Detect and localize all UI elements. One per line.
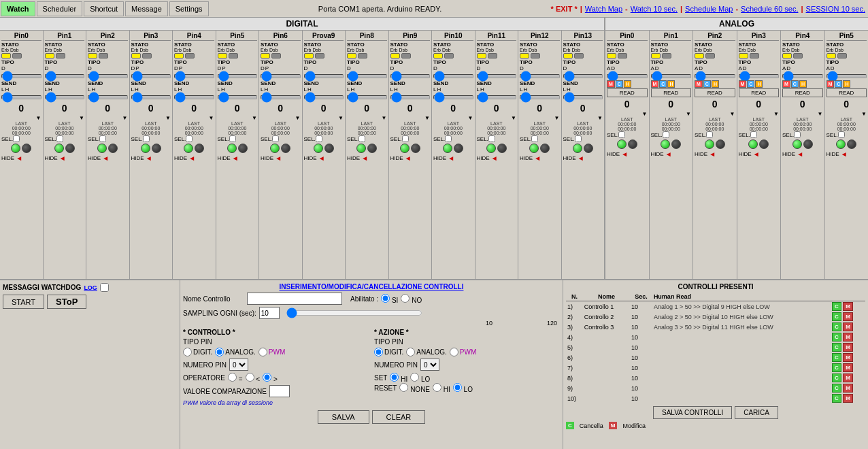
c-button[interactable]: C: [832, 322, 841, 331]
dropdown-arrow-a[interactable]: ▼: [730, 111, 735, 117]
read-button[interactable]: READ: [607, 88, 648, 97]
sel-checkbox[interactable]: [402, 135, 409, 142]
sel-checkbox-a[interactable]: [706, 131, 713, 138]
mch-h-btn[interactable]: H: [843, 80, 850, 88]
send-slider[interactable]: [261, 95, 301, 99]
stop-button[interactable]: SToP: [47, 295, 86, 309]
dropdown-arrow[interactable]: ▼: [209, 115, 214, 121]
dropdown-arrow[interactable]: ▼: [295, 115, 301, 121]
analog-radio[interactable]: [215, 348, 224, 356]
clear-button[interactable]: CLEAR: [372, 410, 426, 424]
dropdown-arrow-a[interactable]: ▼: [686, 111, 691, 117]
send-slider[interactable]: [520, 95, 560, 99]
hide-row-a[interactable]: HIDE ◄: [607, 150, 648, 158]
c-button[interactable]: C: [832, 394, 841, 403]
op-lt-radio[interactable]: [246, 373, 254, 382]
analog-radio-label[interactable]: ANALOG.: [215, 348, 255, 356]
dropdown-arrow[interactable]: ▼: [382, 115, 387, 121]
m-button[interactable]: M: [843, 363, 853, 372]
valore-input[interactable]: [269, 385, 290, 397]
op-eq-radio[interactable]: [228, 373, 237, 382]
hide-row[interactable]: HIDE ◄: [174, 154, 214, 162]
mch-h-btn[interactable]: H: [712, 80, 719, 88]
tipo-slider[interactable]: [520, 74, 560, 78]
dropdown-arrow-a[interactable]: ▼: [642, 111, 648, 117]
dropdown-arrow[interactable]: ▼: [36, 115, 41, 121]
analog-azione-radio[interactable]: [406, 348, 415, 356]
sel-checkbox[interactable]: [358, 135, 365, 142]
digit-radio-label[interactable]: DIGIT.: [183, 348, 212, 356]
send-slider[interactable]: [304, 95, 344, 99]
reset-none-radio[interactable]: [399, 383, 408, 392]
pwm-radio-label[interactable]: PWM: [258, 348, 285, 356]
session-link[interactable]: SESSION 10 sec.: [806, 5, 865, 13]
mch-c-btn[interactable]: C: [703, 80, 711, 88]
dropdown-arrow[interactable]: ▼: [554, 115, 560, 121]
reset-hi-radio[interactable]: [433, 383, 441, 392]
op-gt-radio[interactable]: [263, 373, 271, 382]
sel-checkbox-a[interactable]: [794, 131, 801, 138]
send-slider[interactable]: [563, 95, 603, 99]
hide-row[interactable]: HIDE ◄: [45, 154, 85, 162]
mch-h-btn[interactable]: H: [799, 80, 807, 88]
read-button[interactable]: READ: [739, 88, 780, 97]
mch-m-btn[interactable]: M: [739, 80, 747, 88]
numero-pin-ctrl-select[interactable]: 012345: [229, 359, 248, 371]
read-button[interactable]: READ: [827, 88, 867, 97]
tipo-slider-a[interactable]: [739, 74, 780, 78]
send-slider[interactable]: [174, 95, 214, 99]
schedule-map-link[interactable]: Schedule Map: [685, 5, 733, 13]
c-button[interactable]: C: [832, 384, 841, 393]
dropdown-arrow[interactable]: ▼: [338, 115, 344, 121]
salva-controlli-button[interactable]: SALVA CONTROLLI: [653, 406, 732, 419]
tipo-slider[interactable]: [390, 74, 431, 78]
no-radio[interactable]: [401, 294, 410, 303]
tipo-slider-a[interactable]: [651, 74, 692, 78]
hide-row[interactable]: HIDE ◄: [218, 154, 258, 162]
set-hi-radio[interactable]: [390, 373, 399, 382]
sel-checkbox-a[interactable]: [618, 131, 625, 138]
sel-checkbox[interactable]: [186, 135, 193, 142]
tipo-slider[interactable]: [433, 74, 473, 78]
send-slider[interactable]: [45, 95, 85, 99]
tipo-slider[interactable]: [131, 74, 171, 78]
dropdown-arrow[interactable]: ▼: [122, 115, 128, 121]
tipo-slider[interactable]: [218, 74, 258, 78]
digit-radio[interactable]: [183, 348, 192, 356]
watch-map-link[interactable]: Watch Map: [585, 5, 622, 13]
tipo-slider[interactable]: [1, 74, 41, 78]
hide-row[interactable]: HIDE ◄: [477, 154, 517, 162]
send-slider[interactable]: [390, 95, 431, 99]
c-button[interactable]: C: [832, 353, 841, 362]
hide-row[interactable]: HIDE ◄: [88, 154, 128, 162]
sel-checkbox[interactable]: [229, 135, 236, 142]
exit-link[interactable]: * EXIT *: [551, 5, 578, 13]
sel-checkbox[interactable]: [143, 135, 150, 142]
tab-settings[interactable]: Settings: [169, 1, 209, 16]
dropdown-arrow[interactable]: ▼: [252, 115, 257, 121]
no-radio-label[interactable]: NO: [401, 294, 422, 304]
si-radio[interactable]: [381, 294, 390, 303]
sel-checkbox-a[interactable]: [750, 131, 757, 138]
sel-checkbox[interactable]: [272, 135, 279, 142]
send-slider[interactable]: [433, 95, 473, 99]
hide-row[interactable]: HIDE ◄: [1, 154, 41, 162]
hide-row[interactable]: HIDE ◄: [390, 154, 431, 162]
send-slider[interactable]: [477, 95, 517, 99]
sel-checkbox[interactable]: [445, 135, 452, 142]
mch-m-btn[interactable]: M: [782, 80, 790, 88]
mch-m-btn[interactable]: M: [827, 80, 835, 88]
mch-m-btn[interactable]: M: [607, 80, 615, 88]
tipo-slider-a[interactable]: [827, 74, 867, 78]
watch-10sec-link[interactable]: Watch 10 sec.: [631, 5, 678, 13]
m-button[interactable]: M: [843, 384, 853, 393]
mch-c-btn[interactable]: C: [747, 80, 754, 88]
c-button[interactable]: C: [832, 363, 841, 372]
tab-scheduler[interactable]: Scheduler: [37, 1, 83, 16]
tipo-slider[interactable]: [88, 74, 128, 78]
tab-shortcut[interactable]: Shortcut: [84, 1, 124, 16]
numero-pin-azione-select[interactable]: 012345: [420, 359, 439, 371]
si-radio-label[interactable]: SI: [381, 294, 398, 304]
send-slider[interactable]: [218, 95, 258, 99]
hide-row[interactable]: HIDE ◄: [261, 154, 301, 162]
